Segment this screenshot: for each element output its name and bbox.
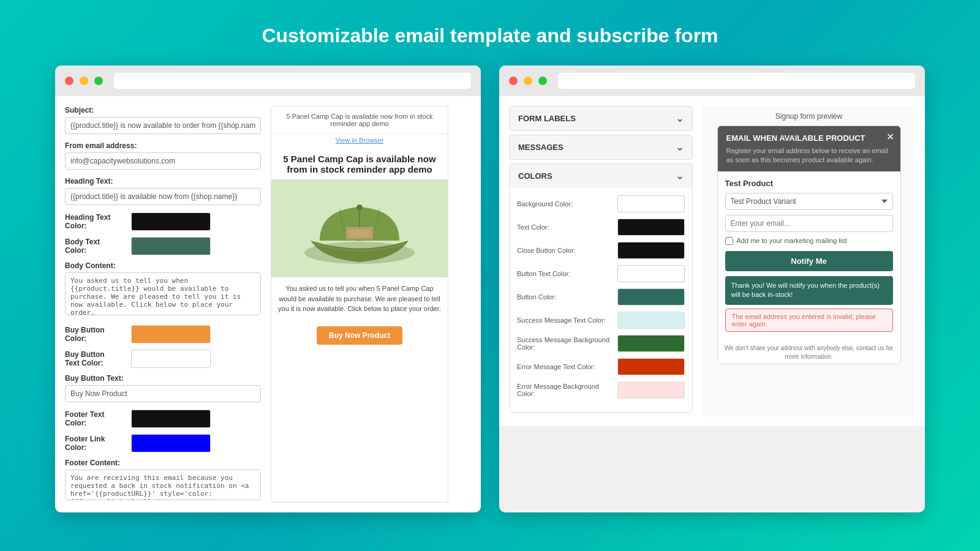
signup-card-close-button[interactable]: ✕ bbox=[886, 131, 894, 143]
bg-color-swatch[interactable] bbox=[617, 195, 685, 212]
dot-yellow-right[interactable] bbox=[524, 77, 532, 85]
subject-group: Subject: bbox=[65, 106, 261, 134]
form-labels-chevron: ⌄ bbox=[676, 113, 684, 124]
dot-red-left[interactable] bbox=[65, 77, 74, 85]
email-preview-image bbox=[271, 179, 448, 277]
error-text-color-label: Error Message Text Color: bbox=[517, 363, 615, 370]
address-bar-left[interactable] bbox=[114, 73, 471, 89]
accordion-messages: MESSAGES ⌄ bbox=[509, 135, 693, 160]
close-btn-color-label: Close Button Color: bbox=[517, 247, 615, 254]
signup-card-desc: Register your email address below to rec… bbox=[726, 146, 892, 165]
colors-accordion-body: Background Color: Text Color: Close Butt… bbox=[510, 188, 692, 412]
heading-text-label: Heading Text: bbox=[65, 177, 261, 186]
heading-text-color-label: Heading TextColor: bbox=[65, 213, 126, 230]
signup-form-preview-section: Signup form preview ✕ EMAIL WHEN AVAILAB… bbox=[703, 106, 915, 416]
buy-button-text-group: Buy Button Text: bbox=[65, 374, 261, 402]
body-content-label: Body Content: bbox=[65, 261, 261, 270]
body-content-textarea[interactable]: You asked us to tell you when {{product.… bbox=[65, 272, 261, 315]
dot-green-right[interactable] bbox=[538, 77, 547, 85]
footer-content-textarea[interactable]: You are receiving this email because you… bbox=[65, 470, 261, 500]
footer-link-color-label: Footer LinkColor: bbox=[65, 435, 126, 452]
body-text-color-row: Body TextColor: bbox=[65, 237, 261, 255]
signup-card-body: Test Product Test Product Variant Add me… bbox=[718, 171, 900, 344]
buy-button-text-color-row: Buy ButtonText Color: bbox=[65, 350, 261, 368]
subject-label: Subject: bbox=[65, 106, 261, 114]
signup-email-input[interactable] bbox=[725, 215, 893, 232]
dot-red-right[interactable] bbox=[509, 77, 518, 85]
dot-green-left[interactable] bbox=[94, 77, 103, 85]
close-btn-color-swatch[interactable] bbox=[617, 242, 685, 259]
buy-button-text-label: Buy Button Text: bbox=[65, 374, 261, 383]
messages-text: MESSAGES bbox=[518, 143, 564, 152]
accordion-form-labels-header[interactable]: FORM LABELS ⌄ bbox=[510, 107, 692, 130]
colors-chevron: ⌄ bbox=[676, 170, 684, 182]
buy-button-text-color-swatch[interactable] bbox=[131, 350, 211, 368]
accordion-colors: COLORS ⌄ Background Color: Text Color: bbox=[509, 163, 693, 413]
buy-now-button-preview[interactable]: Buy Now Product bbox=[317, 326, 402, 345]
buy-button-color-label: Buy ButtonColor: bbox=[65, 326, 126, 343]
heading-text-group: Heading Text: bbox=[65, 177, 261, 205]
email-preview-title: 5 Panel Camp Cap is available now from i… bbox=[271, 146, 448, 179]
signup-card-header: ✕ EMAIL WHEN AVAILABLE PRODUCT Register … bbox=[718, 126, 900, 171]
signup-checkbox-row: Add me to your marketing mailing list bbox=[725, 237, 893, 245]
subject-input[interactable] bbox=[65, 117, 261, 134]
body-content-group: Body Content: You asked us to tell you w… bbox=[65, 261, 261, 318]
buy-button-color-swatch[interactable] bbox=[131, 325, 211, 343]
right-browser-window: FORM LABELS ⌄ MESSAGES ⌄ COLORS ⌄ bbox=[499, 66, 925, 512]
address-bar-right[interactable] bbox=[558, 73, 915, 89]
error-text-color-swatch[interactable] bbox=[617, 358, 685, 375]
footer-link-color-swatch[interactable] bbox=[131, 434, 211, 452]
signup-variant-select[interactable]: Test Product Variant bbox=[725, 193, 893, 210]
footer-text-color-swatch[interactable] bbox=[131, 410, 211, 428]
from-email-label: From email address: bbox=[65, 141, 261, 150]
bg-color-label: Background Color: bbox=[517, 200, 615, 208]
close-btn-color-row: Close Button Color: bbox=[517, 242, 685, 259]
colors-text: COLORS bbox=[518, 171, 552, 181]
browser-titlebar-left bbox=[55, 66, 481, 96]
windows-row: Subject: From email address: Heading Tex… bbox=[55, 66, 925, 512]
accordion-messages-header[interactable]: MESSAGES ⌄ bbox=[510, 135, 692, 159]
dot-yellow-left[interactable] bbox=[80, 77, 88, 85]
error-text-color-row: Error Message Text Color: bbox=[517, 358, 685, 375]
left-browser-window: Subject: From email address: Heading Tex… bbox=[55, 66, 481, 512]
footer-link-color-row: Footer LinkColor: bbox=[65, 434, 261, 452]
email-preview-body-text: You asked us to tell you when 5 Panel Ca… bbox=[271, 277, 448, 320]
error-message: The email address you entered is invalid… bbox=[725, 309, 893, 332]
notify-me-button[interactable]: Notify Me bbox=[725, 251, 893, 271]
success-bg-color-swatch[interactable] bbox=[617, 335, 685, 352]
browser-titlebar-right bbox=[499, 66, 925, 96]
view-in-browser-link[interactable]: View in Browser bbox=[271, 134, 448, 146]
right-browser-content: FORM LABELS ⌄ MESSAGES ⌄ COLORS ⌄ bbox=[499, 96, 925, 426]
from-email-group: From email address: bbox=[65, 141, 261, 170]
body-text-color-swatch[interactable] bbox=[131, 237, 211, 255]
bg-color-row: Background Color: bbox=[517, 195, 685, 212]
cap-illustration bbox=[298, 186, 421, 271]
buy-button-text-input[interactable] bbox=[65, 385, 261, 402]
from-email-input[interactable] bbox=[65, 152, 261, 170]
accordion-colors-header[interactable]: COLORS ⌄ bbox=[510, 164, 692, 188]
email-template-form: Subject: From email address: Heading Tex… bbox=[65, 106, 261, 503]
heading-text-color-row: Heading TextColor: bbox=[65, 212, 261, 231]
left-browser-content: Subject: From email address: Heading Tex… bbox=[55, 96, 481, 512]
marketing-checkbox[interactable] bbox=[725, 237, 733, 245]
error-bg-color-row: Error Message Background Color: bbox=[517, 381, 685, 399]
email-preview-panel: 5 Panel Camp Cap is available now from i… bbox=[271, 106, 448, 503]
error-bg-color-label: Error Message Background Color: bbox=[517, 383, 615, 397]
config-section: FORM LABELS ⌄ MESSAGES ⌄ COLORS ⌄ bbox=[509, 106, 693, 416]
success-text-color-row: Success Message Text Color: bbox=[517, 312, 685, 329]
success-text-color-swatch[interactable] bbox=[617, 312, 685, 329]
email-preview-header-text: 5 Panel Camp Cap is available now from i… bbox=[271, 107, 448, 134]
error-bg-color-swatch[interactable] bbox=[617, 381, 685, 399]
text-color-swatch[interactable] bbox=[617, 219, 685, 236]
text-color-label: Text Color: bbox=[517, 223, 615, 231]
success-bg-color-label: Success Message Background Color: bbox=[517, 336, 615, 351]
btn-text-color-swatch[interactable] bbox=[617, 265, 685, 282]
signup-card: ✕ EMAIL WHEN AVAILABLE PRODUCT Register … bbox=[717, 126, 901, 364]
btn-text-color-label: Button Text Color: bbox=[517, 270, 615, 277]
btn-color-swatch[interactable] bbox=[617, 288, 685, 305]
footer-text-color-row: Footer TextColor: bbox=[65, 410, 261, 428]
page-title: Customizable email template and subscrib… bbox=[262, 24, 718, 47]
signup-card-title: EMAIL WHEN AVAILABLE PRODUCT bbox=[726, 133, 892, 143]
heading-text-color-swatch[interactable] bbox=[131, 212, 211, 231]
heading-text-input[interactable] bbox=[65, 188, 261, 205]
